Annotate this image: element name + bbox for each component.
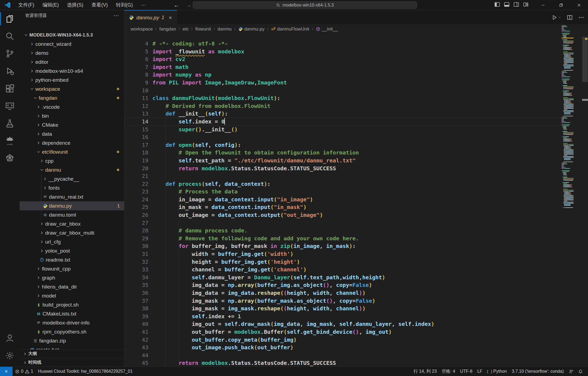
tree-item-modelbox-win10-x64[interactable]: modelbox-win10-x64 xyxy=(20,66,124,75)
code-line-31[interactable]: 31 width = buffer_img.get('width') xyxy=(124,250,562,258)
tree-item-bin[interactable]: bin xyxy=(20,111,124,120)
run-python-file-button[interactable] xyxy=(552,14,561,20)
code-line-22[interactable]: 22 def process(self, data_context): xyxy=(124,180,562,188)
breadcrumb-workspace[interactable]: workspace xyxy=(130,26,154,32)
tree-item-draw-car-bbox[interactable]: draw_car_bbox xyxy=(20,219,124,228)
code-line-10[interactable]: 10 xyxy=(124,87,562,95)
activity-account[interactable] xyxy=(0,329,20,347)
tree-item-cpp[interactable]: cpp xyxy=(20,156,124,165)
activity-modelarts[interactable] xyxy=(0,150,20,167)
customize-layout-button[interactable] xyxy=(523,2,529,8)
close-window-button[interactable] xyxy=(570,0,588,10)
tree-item-danmu-real-txt[interactable]: danmu_real.txt xyxy=(20,192,124,201)
minimize-button[interactable] xyxy=(534,0,552,10)
code-line-7[interactable]: 7import math xyxy=(124,63,562,71)
status-encoding[interactable]: UTF-8 xyxy=(458,367,475,376)
explorer-more-actions-icon[interactable]: ⋯ xyxy=(114,12,119,19)
tree-item-demo[interactable]: demo xyxy=(20,48,124,57)
scrollbar-slider[interactable] xyxy=(582,37,588,82)
activity-settings[interactable] xyxy=(0,347,20,364)
code-line-24[interactable]: 24 in_image = data_context.input("in_ima… xyxy=(124,196,562,204)
menu-go[interactable]: 转到(G) xyxy=(112,0,137,10)
code-line-23[interactable]: 23 # Process the data xyxy=(124,188,562,196)
code-line-33[interactable]: 33 channel = buffer_img.get('channel') xyxy=(124,266,562,274)
code-line-4[interactable]: 4# -*- coding: utf-8 -*- xyxy=(124,40,562,48)
code-line-8[interactable]: 8import numpy as np xyxy=(124,71,562,79)
code-line-11[interactable]: 11class danmuFlowUnit(modelbox.FlowUnit)… xyxy=(124,94,562,102)
activity-run-debug[interactable] xyxy=(0,62,20,80)
code-area[interactable]: 4# -*- coding: utf-8 -*-5import _flowuni… xyxy=(124,40,562,367)
menu-edit[interactable]: 编辑(E) xyxy=(38,0,63,10)
activity-testing[interactable] xyxy=(0,115,20,132)
code-line-21[interactable]: 21 xyxy=(124,172,562,180)
tree-item-model[interactable]: model xyxy=(20,291,124,300)
code-line-17[interactable]: 17 def open(self, config): xyxy=(124,141,562,149)
timeline-section[interactable]: 时间线 xyxy=(20,358,124,366)
tree-item-etc-flowunit[interactable]: etc\flowunit xyxy=(20,147,124,156)
code-line-15[interactable]: 15 super().__init__() xyxy=(124,126,562,134)
split-editor-button[interactable] xyxy=(567,14,573,20)
code-line-29[interactable]: 29 # Remove the following code and add y… xyxy=(124,235,562,242)
tree-item-hilens-data-dir[interactable]: hilens_data_dir xyxy=(20,282,124,291)
tree-item-graph[interactable]: graph xyxy=(20,273,124,282)
status-huawei-toolkit-status[interactable]: Huawei Cloud Toolkit: hw_008617864229257… xyxy=(36,367,135,376)
tree-item-data[interactable]: data xyxy=(20,129,124,138)
code-line-25[interactable]: 25 in_mask = data_context.input("in_mask… xyxy=(124,203,562,211)
code-line-41[interactable]: 41 out_buffer = modelbox.Buffer(self.get… xyxy=(124,328,562,336)
status-python-interpreter[interactable]: 3.7.10 ('tensorflow': conda) xyxy=(509,367,566,376)
status-notifications[interactable] xyxy=(576,367,585,376)
menu-file[interactable]: 文件(F) xyxy=(14,0,38,10)
tree-item-editor[interactable]: editor xyxy=(20,57,124,66)
tree-item-danmu[interactable]: danmu xyxy=(20,165,124,174)
code-line-45[interactable]: 45 return modelbox.Status.StatusCode.STA… xyxy=(124,359,562,367)
status-feedback[interactable] xyxy=(566,367,576,376)
tree-item-danmu-toml[interactable]: danmu.toml xyxy=(20,210,124,219)
toggle-primary-sidebar-button[interactable] xyxy=(494,2,500,8)
code-line-44[interactable]: 44 xyxy=(124,351,562,359)
tree-item-fangdan[interactable]: fangdan xyxy=(20,93,124,102)
code-line-36[interactable]: 36 img_data = img_data.reshape((height, … xyxy=(124,289,562,297)
breadcrumb-flowunit[interactable]: flowunit xyxy=(194,26,212,32)
tree-item-draw-car-bbox-multi[interactable]: draw_car_bbox_multi xyxy=(20,228,124,237)
code-line-34[interactable]: 34 self.danmu_layer = Danmu_layer(self.t… xyxy=(124,274,562,281)
code-line-40[interactable]: 40 img_out = self.draw_mask(img_data, im… xyxy=(124,320,562,328)
tree-item-connect-wizard[interactable]: connect_wizard xyxy=(20,40,124,48)
activity-explorer[interactable] xyxy=(0,10,20,28)
breadcrumb-fangdan[interactable]: fangdan xyxy=(158,26,177,32)
code-line-19[interactable]: 19 self.text_path = "./etc/flowunit/danm… xyxy=(124,157,562,165)
menu-view[interactable]: 查看(V) xyxy=(87,0,112,10)
tree-item-dependence[interactable]: dependence xyxy=(20,138,124,147)
code-line-6[interactable]: 6import cv2 xyxy=(124,55,562,63)
tree-item-modelbox-win10-x64-1-5-3[interactable]: MODELBOX-WIN10-X64-1.5.3 xyxy=(20,31,124,40)
breadcrumb-danmu[interactable]: danmu xyxy=(217,26,232,32)
code-line-26[interactable]: 26 out_image = data_context.output("out_… xyxy=(124,211,562,219)
code-line-14[interactable]: 14 self.index = 0 xyxy=(124,118,562,126)
tree-item-yolox-post[interactable]: yolox_post xyxy=(20,246,124,255)
code-line-37[interactable]: 37 img_mask = np.array(buffer_mask.as_ob… xyxy=(124,297,562,305)
activity-extensions[interactable] xyxy=(0,80,20,97)
code-line-5[interactable]: 5import _flowunit as modelbox xyxy=(124,48,562,56)
tree-item-danmu-py[interactable]: danmu.py1 xyxy=(20,201,124,210)
tree-item--pycache-[interactable]: __pycache__ xyxy=(20,174,124,183)
code-line-35[interactable]: 35 img_data = np.array(buffer_img.as_obj… xyxy=(124,281,562,289)
code-line-27[interactable]: 27 xyxy=(124,219,562,227)
menu-overflow[interactable]: ··· xyxy=(137,0,150,10)
code-line-16[interactable]: 16 xyxy=(124,133,562,141)
code-line-12[interactable]: 12 # Derived from modelbox.FlowUnit xyxy=(124,102,562,110)
tree-item-build-project-sh[interactable]: $build_project.sh xyxy=(20,300,124,309)
breadcrumb--init-[interactable]: __init__ xyxy=(315,26,339,32)
code-line-38[interactable]: 38 img_mask = img_mask.reshape((height, … xyxy=(124,305,562,313)
tree-item-cmake[interactable]: CMake xyxy=(20,120,124,129)
tree-item--vscode[interactable]: .vscode xyxy=(20,102,124,111)
code-line-13[interactable]: 13 def __init__(self): xyxy=(124,110,562,118)
activity-huawei-toolkit[interactable]: HUAWEI xyxy=(0,132,20,150)
code-line-20[interactable]: 20 return modelbox.Status.StatusCode.STA… xyxy=(124,165,562,172)
tree-item-url-cfg[interactable]: url_cfg xyxy=(20,237,124,246)
tree-item-modelbox-driver-info[interactable]: modelbox-driver-info xyxy=(20,318,124,327)
toggle-secondary-sidebar-button[interactable] xyxy=(513,2,519,8)
status-remote-indicator[interactable] xyxy=(0,367,13,376)
tree-item-fangdan-zip[interactable]: fangdan.zip xyxy=(20,336,124,345)
activity-source-control[interactable] xyxy=(0,45,20,62)
code-line-43[interactable]: 43 out_image.push_back(out_buffer) xyxy=(124,344,562,351)
tree-item-fonts[interactable]: fonts xyxy=(20,183,124,192)
